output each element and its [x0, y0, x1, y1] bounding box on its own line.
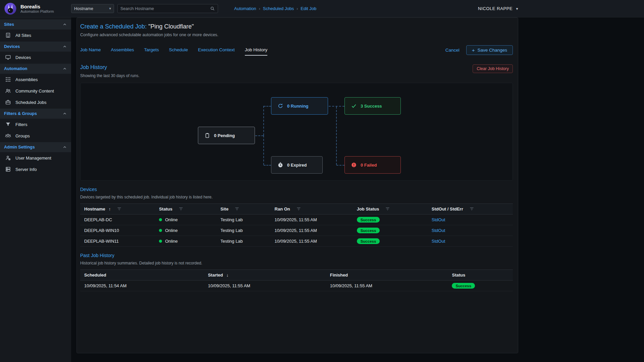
- started-cell: 10/09/2025, 11:55 AM: [204, 281, 326, 291]
- save-changes-label: Save Changes: [477, 48, 507, 53]
- tab-job-name[interactable]: Job Name: [80, 47, 101, 53]
- ran-on-cell: 10/09/2025, 11:55 AM: [271, 225, 353, 236]
- site-cell: Testing Lab: [216, 236, 270, 247]
- past-history-table: Scheduled Started ↓ Finished Sta: [80, 269, 513, 291]
- filter-list-icon[interactable]: [469, 206, 474, 212]
- timer-icon: [277, 162, 283, 168]
- sidebar-item-groups[interactable]: Groups: [0, 130, 71, 141]
- breadcrumb-separator: ›: [259, 6, 260, 11]
- failed-count-label: 0 Failed: [361, 163, 377, 168]
- apps-grid-icon: [5, 76, 11, 82]
- save-changes-button[interactable]: + Save Changes: [466, 45, 513, 55]
- tab-job-history[interactable]: Job History: [245, 47, 268, 53]
- filter-list-icon[interactable]: [385, 206, 390, 212]
- stdout-link[interactable]: StdOut: [432, 239, 445, 244]
- column-header-ran-on[interactable]: Ran On: [271, 204, 353, 215]
- job-name-quoted: "Ping Cloudflare": [148, 23, 194, 30]
- column-header-stdout[interactable]: StdOut / StdErr: [428, 204, 513, 215]
- user-name: NICOLE RAPPE: [478, 6, 513, 11]
- user-menu[interactable]: NICOLE RAPPE ▾: [478, 6, 518, 11]
- site-cell: Testing Lab: [216, 215, 270, 225]
- online-dot-icon: [159, 218, 162, 221]
- breadcrumb-edit-job[interactable]: Edit Job: [301, 6, 316, 11]
- column-label: Hostname: [84, 206, 105, 212]
- job-history-subheading: Showing the last 30 days of runs.: [80, 73, 140, 78]
- filter-list-icon[interactable]: [296, 206, 301, 212]
- flow-connector: [255, 135, 263, 136]
- stdout-link[interactable]: StdOut: [432, 228, 445, 233]
- sort-desc-icon: ↓: [226, 273, 229, 278]
- sidebar-item-server-info[interactable]: Server Info: [0, 164, 71, 175]
- flow-node-success: 3 Success: [344, 97, 401, 115]
- flow-connector: [336, 107, 337, 165]
- column-header-finished[interactable]: Finished: [326, 270, 448, 281]
- sidebar-section-devices[interactable]: Devices: [0, 42, 71, 52]
- page-title: Create a Scheduled Job: "Ping Cloudflare…: [80, 23, 513, 30]
- hostname-select[interactable]: Hostname ▾: [71, 4, 114, 13]
- table-row: DEEPLAB-WIN11 Online Testing Lab 10/09/2…: [80, 236, 513, 247]
- stdout-cell: StdOut: [428, 215, 513, 225]
- column-header-scheduled[interactable]: Scheduled: [80, 270, 204, 281]
- tabs-row: Job Name Assemblies Targets Schedule Exe…: [80, 45, 513, 55]
- status-badge: Success: [452, 283, 475, 289]
- sidebar-section-sites[interactable]: Sites: [0, 19, 71, 29]
- hostname-cell: DEEPLAB-WIN11: [80, 236, 155, 247]
- filter-list-icon[interactable]: [178, 206, 183, 212]
- sidebar-section-automation[interactable]: Automation: [0, 64, 71, 74]
- tab-execution-context[interactable]: Execution Context: [198, 47, 235, 53]
- sidebar-item-assemblies[interactable]: Assemblies: [0, 74, 71, 85]
- sidebar-section-filters-groups[interactable]: Filters & Groups: [0, 109, 71, 119]
- sidebar-section-label: Admin Settings: [4, 145, 35, 149]
- column-header-site[interactable]: Site: [216, 204, 270, 215]
- stdout-link[interactable]: StdOut: [432, 217, 445, 222]
- flow-node-running: 0 Running: [271, 97, 328, 115]
- main-area: Create a Scheduled Job: "Ping Cloudflare…: [71, 17, 518, 362]
- hostname-search[interactable]: [117, 4, 218, 13]
- devices-table: Hostname ↑ Status Site: [80, 203, 513, 247]
- monitor-icon: [5, 54, 11, 60]
- clear-job-history-button[interactable]: Clear Job History: [473, 64, 513, 73]
- tab-schedule[interactable]: Schedule: [169, 47, 188, 53]
- job-status-flow-diagram: 0 Pending 0 Running 3 Success: [80, 83, 513, 181]
- sidebar-item-user-management[interactable]: User Management: [0, 152, 71, 164]
- sidebar-item-scheduled-jobs[interactable]: Scheduled Jobs: [0, 97, 71, 108]
- tab-assemblies[interactable]: Assemblies: [111, 47, 134, 53]
- status-cell: Online: [155, 215, 216, 225]
- sidebar-item-community-content[interactable]: Community Content: [0, 85, 71, 97]
- column-header-past-status[interactable]: Status: [448, 270, 513, 281]
- flow-connector: [263, 106, 264, 135]
- devices-table-header-row: Hostname ↑ Status Site: [80, 204, 513, 215]
- sidebar-item-label: All Sites: [15, 33, 31, 38]
- sidebar: Sites All Sites Devices Devices Automati…: [0, 17, 71, 362]
- sidebar-item-filters[interactable]: Filters: [0, 119, 71, 130]
- page-subtitle: Configure advanced schedulable automatio…: [80, 33, 513, 37]
- sidebar-item-label: Devices: [15, 55, 31, 60]
- chevron-down-icon: ▾: [109, 6, 111, 11]
- brand: Borealis Automation Platform: [0, 2, 71, 16]
- sidebar-section-label: Devices: [4, 44, 20, 49]
- sidebar-item-devices[interactable]: Devices: [0, 52, 71, 63]
- filter-list-icon[interactable]: [234, 206, 239, 212]
- column-header-hostname[interactable]: Hostname ↑: [80, 204, 155, 215]
- column-header-started[interactable]: Started ↓: [204, 270, 326, 281]
- breadcrumb-separator: ›: [297, 6, 298, 11]
- status-badge: Success: [357, 217, 380, 223]
- job-status-cell: Success: [353, 215, 428, 225]
- tab-targets[interactable]: Targets: [144, 47, 159, 53]
- online-dot-icon: [159, 229, 162, 232]
- search-input[interactable]: [120, 6, 210, 11]
- column-header-job-status[interactable]: Job Status: [353, 204, 428, 215]
- devices-heading: Devices: [80, 187, 513, 192]
- sidebar-section-label: Automation: [4, 66, 27, 71]
- status-badge: Success: [357, 238, 380, 244]
- chevron-down-icon: ▾: [516, 6, 518, 11]
- cancel-button[interactable]: Cancel: [445, 48, 460, 53]
- sidebar-section-admin-settings[interactable]: Admin Settings: [0, 142, 71, 152]
- filter-list-icon[interactable]: [117, 206, 122, 212]
- sidebar-item-label: Assemblies: [15, 77, 38, 82]
- pending-count-label: 0 Pending: [214, 133, 235, 138]
- sidebar-item-all-sites[interactable]: All Sites: [0, 29, 71, 41]
- breadcrumb-automation[interactable]: Automation: [234, 6, 256, 11]
- breadcrumb-scheduled-jobs[interactable]: Scheduled Jobs: [263, 6, 294, 11]
- column-header-status[interactable]: Status: [155, 204, 216, 215]
